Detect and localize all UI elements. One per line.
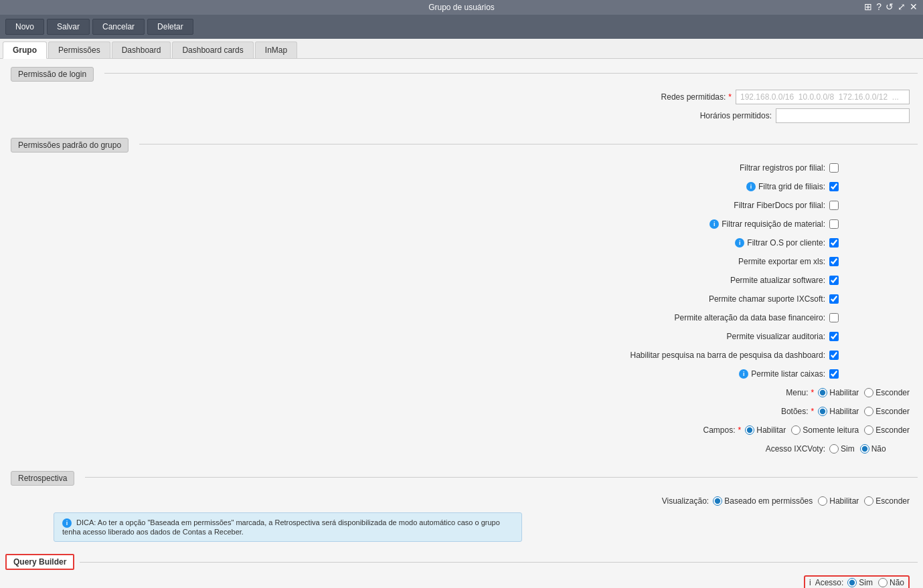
help-icon[interactable]: ? [876, 1, 882, 12]
filtra-grid-checkbox[interactable] [829, 182, 839, 191]
permissoes-padrao-section: Permissões padrão do grupo [5, 131, 918, 157]
horarios-permitidos-input[interactable] [776, 108, 910, 123]
qb-acesso-label: Acesso: [815, 578, 844, 587]
visualizacao-habilitar-label[interactable]: Habilitar [818, 496, 859, 506]
menu-esconder-radio[interactable] [864, 388, 873, 397]
close-icon[interactable]: ✕ [910, 1, 918, 12]
campos-row: Campos: * Habilitar Somente leitura Esco… [13, 423, 910, 437]
qb-acesso-info-icon: i [809, 578, 811, 587]
title-bar-text: Grupo de usuários [428, 3, 495, 12]
query-builder-form: i Acesso: Sim Não i [0, 573, 923, 588]
campos-radio-group: Habilitar Somente leitura Esconder [745, 425, 910, 435]
permissoes-padrao-form: Filtrar registros por filial: i Filtra g… [0, 158, 923, 463]
filtrar-fiberdocs-checkbox[interactable] [829, 201, 839, 210]
dica-text: DICA: Ao ter a opção "Baseada em permiss… [62, 518, 500, 536]
tab-grupo[interactable]: Grupo [3, 41, 47, 59]
qb-acesso-nao-radio[interactable] [878, 578, 888, 587]
botoes-esconder-label[interactable]: Esconder [864, 407, 910, 416]
visualizacao-habilitar-radio[interactable] [818, 496, 827, 506]
filtrar-os-info-icon: i [735, 238, 744, 248]
deletar-button[interactable]: Deletar [147, 19, 193, 35]
menu-esconder-label[interactable]: Esconder [864, 388, 910, 397]
atualizar-software-checkbox[interactable] [829, 276, 839, 285]
filtrar-requisicao-checkbox[interactable] [829, 219, 839, 229]
filtrar-os-row: i Filtrar O.S por cliente: [13, 235, 910, 250]
campos-habilitar-radio[interactable] [745, 425, 754, 435]
menu-habilitar-label[interactable]: Habilitar [818, 388, 859, 397]
listar-caixas-row: i Permite listar caixas: [13, 367, 910, 381]
filtrar-registros-checkbox[interactable] [829, 163, 839, 173]
main-content: Permissão de login Redes permitidas: * H… [0, 59, 923, 588]
data-base-financeiro-row: Permite alteração da data base financeir… [13, 310, 910, 325]
qb-acesso-sim-label[interactable]: Sim [847, 578, 873, 587]
horarios-permitidos-row: Horários permitidos: [13, 108, 910, 123]
botoes-esconder-radio[interactable] [864, 407, 873, 416]
ixcvoty-nao-radio[interactable] [860, 444, 869, 454]
qb-acesso-nao-label[interactable]: Não [878, 578, 904, 587]
title-bar: Grupo de usuários ⊞ ? ↺ ⤢ ✕ [0, 0, 923, 15]
listar-caixas-checkbox[interactable] [829, 369, 839, 379]
filtrar-registros-row: Filtrar registros por filial: [13, 161, 910, 175]
tab-dashboard-cards[interactable]: Dashboard cards [172, 41, 253, 58]
dica-info-icon: i [62, 518, 72, 528]
campos-somente-leitura-label[interactable]: Somente leitura [791, 425, 859, 435]
botoes-row: Botões: * Habilitar Esconder [13, 404, 910, 419]
listar-caixas-info-icon: i [739, 369, 748, 379]
filtrar-os-checkbox[interactable] [829, 238, 839, 248]
auditoria-checkbox[interactable] [829, 332, 839, 341]
dica-box: i DICA: Ao ter a opção "Baseada em permi… [54, 512, 522, 542]
novo-button[interactable]: Novo [5, 19, 44, 35]
qb-acesso-radio-group: Sim Não [847, 578, 904, 587]
horarios-permitidos-label: Horários permitidos: [517, 111, 772, 120]
campos-somente-leitura-radio[interactable] [791, 425, 801, 435]
ixcvoty-nao-label[interactable]: Não [860, 444, 886, 454]
pesquisa-barra-checkbox[interactable] [829, 351, 839, 360]
permissao-login-label: Permissão de login [11, 67, 94, 82]
exportar-xls-checkbox[interactable] [829, 257, 839, 266]
cancelar-button[interactable]: Cancelar [92, 19, 145, 35]
filtrar-requisicao-row: i Filtrar requisição de material: [13, 217, 910, 231]
visualizacao-esconder-radio[interactable] [864, 496, 873, 506]
salvar-button[interactable]: Salvar [47, 19, 90, 35]
query-builder-section: Query Builder [5, 554, 918, 570]
exportar-xls-row: Permite exportar em xls: [13, 254, 910, 269]
tab-inmap[interactable]: InMap [255, 41, 297, 58]
visualizacao-radio-group: Baseado em permissões Habilitar Esconder [713, 496, 910, 506]
data-base-financeiro-checkbox[interactable] [829, 313, 839, 322]
expand-icon[interactable]: ⤢ [898, 1, 906, 12]
filtra-grid-info-icon: i [746, 182, 756, 191]
qb-acesso-highlighted-box: i Acesso: Sim Não [804, 575, 910, 588]
ixcvoty-sim-radio[interactable] [829, 444, 839, 454]
redes-permitidas-input[interactable] [736, 90, 910, 104]
permissao-login-form: Redes permitidas: * Horários permitidos: [0, 87, 923, 130]
retrospectiva-section: Retrospectiva [5, 464, 918, 490]
botoes-habilitar-radio[interactable] [818, 407, 827, 416]
visualizacao-baseado-label[interactable]: Baseado em permissões [713, 496, 813, 506]
grid-icon[interactable]: ⊞ [864, 1, 872, 12]
tab-permissoes[interactable]: Permissões [48, 41, 110, 58]
pesquisa-barra-row: Habilitar pesquisa na barra de pesquisa … [13, 348, 910, 363]
refresh-icon[interactable]: ↺ [886, 1, 894, 12]
auditoria-row: Permite visualizar auditoria: [13, 329, 910, 344]
filtrar-fiberdocs-row: Filtrar FiberDocs por filial: [13, 198, 910, 213]
title-bar-controls: ⊞ ? ↺ ⤢ ✕ [864, 1, 918, 12]
qb-acesso-row: i Acesso: Sim Não [13, 575, 910, 588]
campos-esconder-radio[interactable] [864, 425, 873, 435]
campos-habilitar-label[interactable]: Habilitar [745, 425, 786, 435]
suporte-checkbox[interactable] [829, 294, 839, 304]
redes-permitidas-control [736, 90, 910, 104]
tab-dashboard[interactable]: Dashboard [112, 41, 171, 58]
acesso-ixcvoty-row: Acesso IXCVoty: Sim Não [13, 442, 910, 456]
visualizacao-baseado-radio[interactable] [713, 496, 722, 506]
menu-radio-group: Habilitar Esconder [818, 388, 910, 397]
retrospectiva-label: Retrospectiva [11, 471, 74, 486]
menu-habilitar-radio[interactable] [818, 388, 827, 397]
campos-esconder-label[interactable]: Esconder [864, 425, 910, 435]
visualizacao-row: Visualização: Baseado em permissões Habi… [13, 494, 910, 508]
qb-acesso-sim-radio[interactable] [847, 578, 857, 587]
filtrar-requisicao-info-icon: i [709, 219, 719, 229]
botoes-habilitar-label[interactable]: Habilitar [818, 407, 859, 416]
visualizacao-esconder-label[interactable]: Esconder [864, 496, 910, 506]
toolbar: Novo Salvar Cancelar Deletar [0, 15, 923, 39]
ixcvoty-sim-label[interactable]: Sim [829, 444, 855, 454]
